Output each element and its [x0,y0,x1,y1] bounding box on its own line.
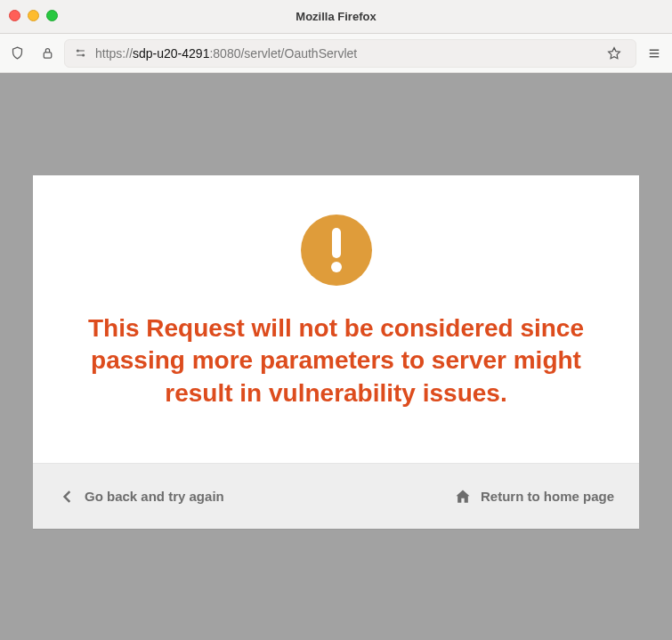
return-home-label: Return to home page [481,489,614,504]
url-text: https://sdp-u20-4291:8080/servlet/OauthS… [95,46,593,61]
warning-icon [301,215,372,286]
error-card: This Request will not be considered sinc… [33,175,639,529]
window-title: Mozilla Firefox [296,10,376,23]
go-back-label: Go back and try again [85,489,224,504]
hamburger-menu-icon[interactable] [640,40,668,67]
url-host: sdp-u20-4291 [133,46,209,61]
svg-point-2 [82,54,84,56]
url-protocol: https:// [95,46,133,61]
return-home-button[interactable]: Return to home page [454,488,614,506]
page-content: This Request will not be considered sinc… [0,73,672,640]
minimize-window-button[interactable] [28,10,39,21]
window-controls [9,10,58,21]
svg-rect-3 [332,228,341,258]
svg-point-4 [331,262,342,272]
go-back-button[interactable]: Go back and try again [58,488,224,506]
home-icon [454,488,472,506]
browser-toolbar: https://sdp-u20-4291:8080/servlet/OauthS… [0,34,672,73]
zoom-window-button[interactable] [46,10,58,21]
svg-rect-0 [44,53,52,58]
address-bar[interactable]: https://sdp-u20-4291:8080/servlet/OauthS… [64,39,636,68]
chevron-left-icon [58,488,76,506]
close-window-button[interactable] [9,10,20,21]
error-card-body: This Request will not be considered sinc… [33,175,639,463]
shield-tracking-icon[interactable] [4,40,30,67]
url-port: :8080 [209,46,240,61]
lock-icon[interactable] [34,40,61,67]
window-titlebar: Mozilla Firefox [0,0,672,34]
svg-point-1 [77,50,78,52]
bookmark-star-icon[interactable] [600,40,628,67]
url-path: /servlet/OauthServlet [240,46,357,61]
site-permissions-icon[interactable] [72,45,88,61]
error-message: This Request will not be considered sinc… [63,312,609,409]
error-card-footer: Go back and try again Return to home pag… [33,463,639,529]
